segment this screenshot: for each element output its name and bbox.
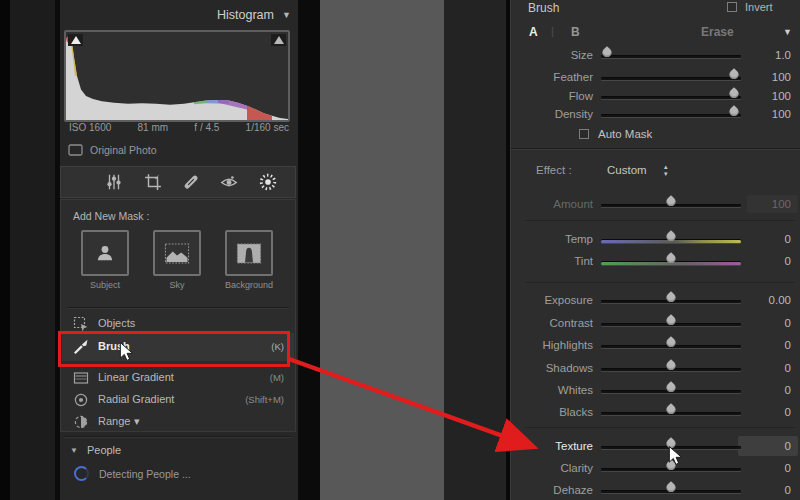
- flow-slider-track[interactable]: [601, 97, 741, 99]
- feather-slider-track[interactable]: [601, 78, 741, 80]
- background-button-tile[interactable]: [225, 230, 273, 276]
- amount-slider-track[interactable]: [601, 205, 741, 207]
- slider-row-whites: Whites 0: [511, 383, 800, 399]
- contrast-slider-thumb[interactable]: [665, 314, 678, 327]
- contrast-value[interactable]: 0: [741, 317, 791, 329]
- mask-tool-range[interactable]: Range ▾: [62, 412, 294, 432]
- invert-checkbox[interactable]: [727, 2, 737, 12]
- adjust-sliders-icon[interactable]: [105, 173, 123, 191]
- feather-slider-thumb[interactable]: [728, 68, 741, 81]
- contrast-slider-track[interactable]: [601, 324, 741, 326]
- objects-label: Objects: [98, 317, 135, 329]
- contrast-label: Contrast: [511, 317, 593, 329]
- mask-button-background[interactable]: Background: [218, 230, 280, 290]
- shadow-clipping-indicator[interactable]: [68, 34, 83, 46]
- whites-value[interactable]: 0: [741, 384, 791, 396]
- divider: [525, 282, 795, 283]
- add-new-mask-heading: Add New Mask :: [73, 210, 149, 222]
- exif-iso: ISO 1600: [69, 122, 111, 136]
- shadows-slider-track[interactable]: [601, 369, 741, 371]
- linear-gradient-label: Linear Gradient: [98, 371, 174, 383]
- collapse-triangle-icon[interactable]: ▼: [282, 10, 291, 20]
- invert-toggle[interactable]: Invert: [727, 1, 773, 13]
- photo-frame-icon: [68, 144, 83, 156]
- exposure-value[interactable]: 0.00: [741, 294, 791, 306]
- mask-button-subject[interactable]: Subject: [74, 230, 136, 290]
- size-label: Size: [511, 49, 593, 61]
- original-photo-toggle[interactable]: Original Photo: [68, 142, 157, 158]
- density-value[interactable]: 100: [741, 108, 791, 120]
- effect-preset-dropdown[interactable]: Custom: [607, 164, 647, 176]
- divider: [525, 220, 795, 221]
- auto-mask-toggle[interactable]: Auto Mask: [579, 128, 652, 140]
- auto-mask-label: Auto Mask: [598, 128, 652, 140]
- mouse-cursor-texture: [667, 446, 685, 466]
- temp-slider-thumb[interactable]: [665, 230, 678, 243]
- dehaze-slider-track[interactable]: [601, 491, 741, 493]
- dehaze-value[interactable]: 0: [741, 484, 791, 496]
- divider: [525, 427, 795, 428]
- temp-value[interactable]: 0: [741, 233, 791, 245]
- flow-label: Flow: [511, 90, 593, 102]
- highlights-value[interactable]: 0: [741, 339, 791, 351]
- clarity-slider-track[interactable]: [601, 469, 741, 471]
- shadows-value[interactable]: 0: [741, 362, 791, 374]
- crop-icon[interactable]: [144, 173, 162, 191]
- density-slider-thumb[interactable]: [728, 105, 741, 118]
- highlights-slider-thumb[interactable]: [665, 336, 678, 349]
- exif-aperture: f / 4.5: [194, 122, 219, 136]
- whites-slider-thumb[interactable]: [665, 381, 678, 394]
- erase-button[interactable]: Erase: [701, 25, 734, 39]
- mask-tool-radial-gradient[interactable]: Radial Gradient (Shift+M): [62, 390, 294, 410]
- effect-stepper-icon[interactable]: ▴▾: [664, 163, 668, 177]
- histogram-plot[interactable]: [64, 30, 290, 122]
- auto-mask-checkbox[interactable]: [579, 129, 589, 139]
- healing-icon[interactable]: [182, 173, 200, 191]
- red-eye-icon[interactable]: [220, 173, 238, 191]
- flow-value[interactable]: 100: [741, 90, 791, 102]
- clarity-label: Clarity: [511, 462, 593, 474]
- workspace-background: [320, 0, 444, 500]
- brush-b-button[interactable]: B: [571, 25, 580, 39]
- feather-label: Feather: [511, 71, 593, 83]
- histogram-header[interactable]: Histogram ▼: [60, 6, 298, 26]
- tint-value[interactable]: 0: [741, 255, 791, 267]
- size-value[interactable]: 1.0: [741, 49, 791, 61]
- density-slider-track[interactable]: [601, 115, 741, 117]
- flow-slider-thumb[interactable]: [728, 87, 741, 100]
- mask-button-sky[interactable]: Sky: [146, 230, 208, 290]
- tint-label: Tint: [511, 255, 593, 267]
- subject-button-tile[interactable]: [81, 230, 129, 276]
- clarity-value[interactable]: 0: [741, 462, 791, 474]
- temp-slider-track[interactable]: [601, 240, 741, 243]
- collapse-triangle-icon[interactable]: ▼: [783, 27, 792, 37]
- blacks-slider-track[interactable]: [601, 413, 741, 415]
- detecting-people-status: Detecting People ...: [99, 468, 191, 480]
- radial-gradient-label: Radial Gradient: [98, 393, 174, 405]
- sky-label: Sky: [146, 280, 208, 290]
- highlight-clipping-indicator[interactable]: [271, 34, 286, 46]
- shadows-slider-thumb[interactable]: [665, 359, 678, 372]
- mask-tool-linear-gradient[interactable]: Linear Gradient (M): [62, 368, 294, 388]
- dehaze-slider-thumb[interactable]: [665, 481, 678, 494]
- amount-slider-thumb[interactable]: [665, 195, 678, 208]
- people-collapse-icon[interactable]: ▼: [70, 446, 78, 455]
- blacks-slider-thumb[interactable]: [665, 403, 678, 416]
- people-section-header[interactable]: ▼ People: [70, 444, 121, 456]
- masking-icon[interactable]: [259, 173, 277, 191]
- exposure-slider-thumb[interactable]: [665, 291, 678, 304]
- panel-gap: [298, 0, 320, 500]
- texture-value[interactable]: 0: [741, 440, 791, 452]
- tint-slider-thumb[interactable]: [665, 252, 678, 265]
- amount-value[interactable]: 100: [741, 198, 791, 210]
- highlights-slider-track[interactable]: [601, 346, 741, 348]
- size-slider-track[interactable]: [601, 56, 741, 58]
- size-slider-thumb[interactable]: [600, 46, 613, 59]
- whites-slider-track[interactable]: [601, 391, 741, 393]
- brush-a-button[interactable]: A: [529, 25, 538, 39]
- exposure-slider-track[interactable]: [601, 301, 741, 303]
- sky-button-tile[interactable]: [153, 230, 201, 276]
- tint-slider-track[interactable]: [601, 262, 741, 265]
- blacks-value[interactable]: 0: [741, 406, 791, 418]
- feather-value[interactable]: 100: [741, 71, 791, 83]
